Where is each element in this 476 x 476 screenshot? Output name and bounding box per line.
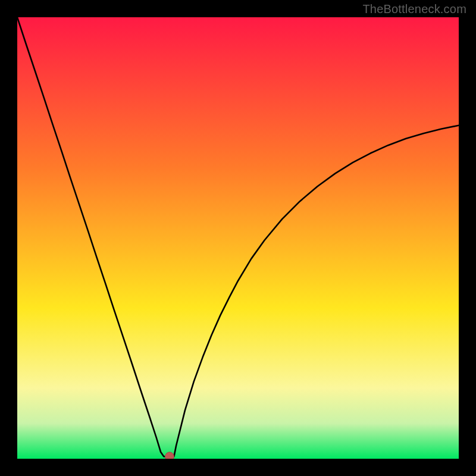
gradient-background [17,17,459,459]
watermark-text: TheBottleneck.com [362,2,466,16]
plot-area [17,17,459,459]
minimum-marker [165,452,174,459]
chart-stage: TheBottleneck.com [0,0,476,476]
chart-svg [17,17,459,459]
